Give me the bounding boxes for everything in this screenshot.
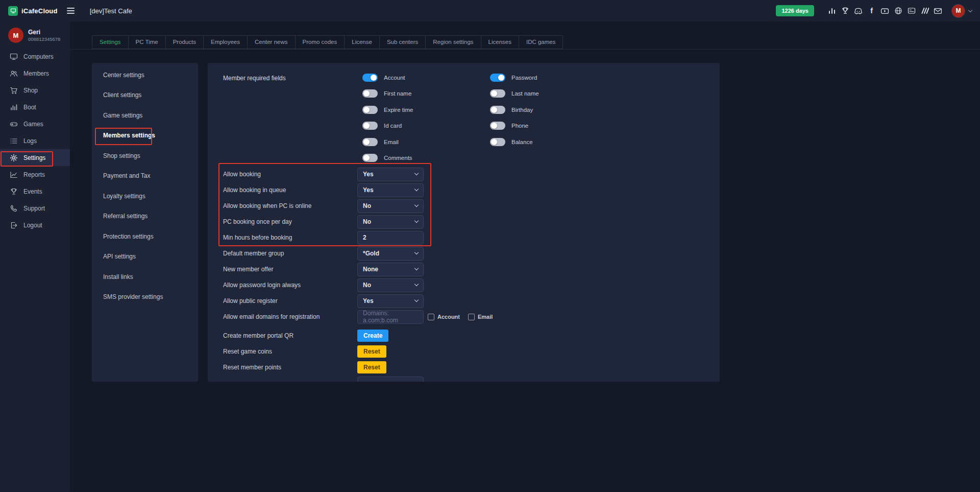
id-card-icon[interactable] bbox=[907, 7, 916, 15]
form-row-create-member-portal-qr: Create member portal QR Create bbox=[223, 328, 720, 344]
support-phone-icon bbox=[10, 204, 18, 213]
subnav-loyalty-settings[interactable]: Loyalty settings bbox=[92, 186, 198, 206]
form-row-allow-password-login-always: Allow password login always No bbox=[223, 277, 720, 293]
user-avatar[interactable]: M bbox=[951, 4, 965, 18]
license-days-badge[interactable]: 1226 days bbox=[776, 5, 814, 16]
sidebar-item-events[interactable]: Events bbox=[0, 183, 70, 200]
sidebar-item-games[interactable]: Games bbox=[0, 115, 70, 132]
comments-toggle[interactable] bbox=[362, 154, 378, 162]
mail-icon[interactable] bbox=[934, 7, 942, 15]
subnav-client-settings[interactable]: Client settings bbox=[92, 85, 198, 106]
subnav-shop-settings[interactable]: Shop settings bbox=[92, 146, 198, 166]
last-name-toggle[interactable] bbox=[490, 89, 505, 98]
subnav-sms-provider-settings[interactable]: SMS provider settings bbox=[92, 287, 198, 308]
email-domains-input[interactable]: Domains: a.com;b.com bbox=[357, 310, 424, 324]
password-toggle[interactable] bbox=[490, 74, 505, 82]
tab-region-settings[interactable]: Region settings bbox=[425, 35, 481, 49]
chevron-down-icon bbox=[414, 203, 419, 207]
subnav-install-links[interactable]: Install links bbox=[92, 267, 198, 287]
reset-member-points-button[interactable]: Reset bbox=[357, 361, 386, 373]
email-toggle[interactable] bbox=[362, 138, 378, 146]
tab-license[interactable]: License bbox=[344, 35, 380, 49]
email-checkbox[interactable] bbox=[468, 314, 475, 320]
logs-icon bbox=[10, 137, 18, 145]
chevron-down-icon bbox=[414, 282, 419, 286]
subnav-protection-settings[interactable]: Protection settings bbox=[92, 226, 198, 247]
form-row-default-member-group: Default member group *Gold bbox=[223, 246, 720, 262]
chevron-down-icon bbox=[414, 219, 419, 223]
form-row-pc-booking-once-per-day: PC booking once per day No bbox=[223, 214, 720, 230]
member-required-fields-section: Member required fields Account Password … bbox=[223, 73, 720, 162]
subnav-api-settings[interactable]: API settings bbox=[92, 247, 198, 267]
globe-icon[interactable] bbox=[894, 7, 902, 15]
allow-booking-select[interactable]: Yes bbox=[357, 168, 424, 181]
allow-booking-in-queue-select[interactable]: Yes bbox=[357, 183, 424, 197]
tabs-divider bbox=[70, 49, 980, 50]
min-hours-before-booking-input[interactable]: 2 bbox=[357, 231, 424, 245]
tab-employees[interactable]: Employees bbox=[203, 35, 248, 49]
expire-time-toggle[interactable] bbox=[362, 106, 378, 114]
id-card-toggle[interactable] bbox=[362, 122, 378, 130]
sidebar-item-logs[interactable]: Logs bbox=[0, 132, 70, 149]
subnav-payment-and-tax[interactable]: Payment and Tax bbox=[92, 166, 198, 186]
allow-public-register-select[interactable]: Yes bbox=[357, 294, 424, 308]
account-checkbox[interactable] bbox=[428, 314, 434, 320]
sidebar-item-shop[interactable]: Shop bbox=[0, 82, 70, 99]
sidebar-item-boot[interactable]: Boot bbox=[0, 99, 70, 115]
allow-booking-pc-online-select[interactable]: No bbox=[357, 199, 424, 213]
discord-icon[interactable] bbox=[854, 7, 863, 15]
chart-icon[interactable] bbox=[827, 7, 836, 15]
sidebar-item-settings[interactable]: Settings bbox=[0, 149, 70, 166]
tab-licenses[interactable]: Licenses bbox=[481, 35, 519, 49]
sidebar-user-avatar[interactable]: M bbox=[8, 28, 23, 43]
first-name-toggle[interactable] bbox=[362, 89, 378, 98]
toggle-row-expire-time: Expire time bbox=[362, 105, 490, 114]
create-button[interactable]: Create bbox=[357, 330, 388, 342]
chevron-down-icon bbox=[414, 380, 419, 382]
games-icon bbox=[10, 120, 18, 128]
icafecloud-logo[interactable]: iCafeCloud bbox=[8, 6, 58, 16]
partial-select[interactable] bbox=[357, 377, 424, 382]
tab-idc-games[interactable]: IDC games bbox=[519, 35, 564, 49]
computers-icon bbox=[10, 53, 18, 61]
tab-settings[interactable]: Settings bbox=[92, 35, 129, 49]
tab-sub-centers[interactable]: Sub centers bbox=[379, 35, 426, 49]
account-toggle[interactable] bbox=[362, 74, 378, 82]
reset-game-coins-button[interactable]: Reset bbox=[357, 345, 386, 358]
sidebar-item-members[interactable]: Members bbox=[0, 65, 70, 82]
phone-toggle[interactable] bbox=[490, 122, 505, 130]
toggle-row-birthday: Birthday bbox=[490, 105, 618, 114]
new-member-offer-select[interactable]: None bbox=[357, 263, 424, 276]
topbar-icons: f bbox=[827, 7, 942, 15]
toggle-row-last-name: Last name bbox=[490, 89, 618, 98]
subnav-center-settings[interactable]: Center settings bbox=[92, 65, 198, 85]
balance-toggle[interactable] bbox=[490, 138, 505, 146]
chevron-down-icon bbox=[414, 171, 419, 175]
sidebar-item-support[interactable]: Support bbox=[0, 200, 70, 217]
sidebar-item-logout[interactable]: Logout bbox=[0, 217, 70, 233]
subnav-game-settings[interactable]: Game settings bbox=[92, 105, 198, 126]
form-row-allow-booking-in-queue: Allow booking in queue Yes bbox=[223, 182, 720, 198]
youtube-icon[interactable] bbox=[880, 7, 889, 15]
trophy-icon[interactable] bbox=[841, 7, 849, 15]
default-member-group-select[interactable]: *Gold bbox=[357, 247, 424, 261]
sidebar-item-computers[interactable]: Computers bbox=[0, 48, 70, 65]
allow-password-login-always-select[interactable]: No bbox=[357, 278, 424, 292]
birthday-toggle[interactable] bbox=[490, 106, 505, 114]
layers-icon[interactable] bbox=[920, 7, 929, 15]
subnav-referral-settings[interactable]: Referral settings bbox=[92, 206, 198, 227]
pc-booking-once-per-day-select[interactable]: No bbox=[357, 215, 424, 229]
hamburger-menu-icon[interactable] bbox=[65, 6, 77, 16]
subnav-members-settings[interactable]: Members settings bbox=[92, 126, 198, 146]
tab-products[interactable]: Products bbox=[165, 35, 204, 49]
user-id: 008812345678 bbox=[28, 36, 60, 42]
chevron-down-icon[interactable] bbox=[968, 8, 972, 12]
chevron-down-icon bbox=[414, 187, 419, 191]
tab-promo-codes[interactable]: Promo codes bbox=[295, 35, 345, 49]
toggle-row-id-card: Id card bbox=[362, 122, 490, 130]
facebook-icon[interactable]: f bbox=[867, 7, 876, 15]
toggle-row-email: Email bbox=[362, 137, 490, 146]
tab-center-news[interactable]: Center news bbox=[247, 35, 296, 49]
tab-pc-time[interactable]: PC Time bbox=[128, 35, 166, 49]
sidebar-item-reports[interactable]: Reports bbox=[0, 166, 70, 183]
